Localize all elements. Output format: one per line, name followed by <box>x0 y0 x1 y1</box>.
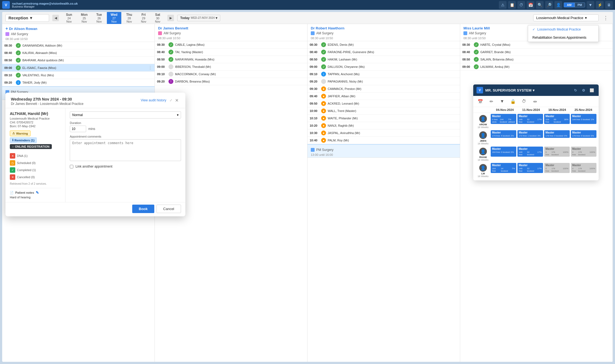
jben-cell-2[interactable]: Master 172 free 1 booked 3% <box>517 130 543 138</box>
arow-cell-4[interactable]: Master 144 free 0 booked 1% <box>571 114 596 124</box>
appt-slot-08:50-b[interactable]: 08:50 ✓ NARAYANAN, Huwaida (Mrs) <box>155 56 307 63</box>
calendar-icon[interactable]: 📅 <box>527 1 534 9</box>
appt-slot-10:20-h[interactable]: 10:20 ● NANJI, Raghib (Mr) <box>308 122 460 129</box>
arow-cell-3[interactable]: Master 109 free 69 booked 38% <box>544 114 570 124</box>
user-icon[interactable]: 👤 <box>554 1 562 9</box>
jben-cell-3[interactable]: Master 178 free 0 booked 0% <box>544 130 570 138</box>
search-plus-icon[interactable]: 🔎 <box>545 1 553 9</box>
rhaw-cell-1[interactable]: Master 164 free 0 booked 0% <box>491 147 516 157</box>
appt-slot-10:10-h[interactable]: 10:10 ● WAITE, Philander (Mr) <box>308 115 460 122</box>
arow-cell-1[interactable]: Master 0 free slots 144 booked 7% utilis… <box>491 114 516 124</box>
appt-slot-09:00-b[interactable]: 09:00 IBBERSON, Theobald (Mr) <box>155 63 307 71</box>
appt-slot-09:50-h[interactable]: 09:50 ● ACKRED, Leonard (Mr) <box>308 100 460 107</box>
jben-cell-1[interactable]: Master 174 free 4 booked 2% <box>491 130 516 138</box>
appt-slot-08:50-m[interactable]: 08:50 ✓ SALAIN, Britannia (Miss) <box>460 56 613 63</box>
arrows-tool-icon[interactable]: ⇔ <box>531 98 539 105</box>
date-tab-sat[interactable]: Sat 30 Nov <box>151 12 164 24</box>
lock-tool-icon[interactable]: 🔒 <box>509 98 517 105</box>
edit-notes-icon[interactable]: ✎ <box>36 190 39 195</box>
warning-badge[interactable]: ⚠ Warning <box>10 131 31 136</box>
appt-slot-08:30-m[interactable]: 08:30 ✓ HABTE, Crystal (Miss) <box>460 41 613 48</box>
appt-slot-09:00-h[interactable]: 09:00 ✓ DALLISON, Cheyanne (Ms) <box>308 63 460 71</box>
appt-slot-09:10-h[interactable]: 09:10 i TAPPAN, Anchoret (Ms) <box>308 71 460 78</box>
pencil-tool-icon[interactable]: ✏ <box>487 98 495 105</box>
clock-icon[interactable]: ⏱ <box>517 1 525 9</box>
appt-slot-08:30-h[interactable]: 08:30 ✓ EDENS, Denis (Mr) <box>308 41 460 48</box>
rhaw-cell-4[interactable]: Master 0 free 178 booked 100% <box>571 147 596 157</box>
duration-input[interactable] <box>70 126 86 132</box>
resize-icon[interactable]: ⤢ <box>170 98 172 102</box>
doctor-name-mill[interactable]: Miss Laurie Mill <box>463 26 490 30</box>
appt-slot-08:40-m[interactable]: 08:40 ✓ GARRET, Brande (Ms) <box>460 48 613 56</box>
cancel-button[interactable]: Cancel <box>156 205 181 213</box>
view-audit-link[interactable]: View audit history <box>141 98 166 102</box>
calendar-tool-icon[interactable]: 📅 <box>477 98 484 105</box>
book-button[interactable]: Book <box>132 205 154 213</box>
refresh-icon[interactable]: ↻ <box>572 87 579 94</box>
appt-slot-09:10-b[interactable]: 09:10 MACCORMACK, Conway (Mr) <box>155 71 307 78</box>
appointment-type-dropdown[interactable]: Normal ▾ <box>70 111 181 119</box>
search-icon[interactable]: 🔍 <box>536 1 544 9</box>
lm-cell-3[interactable]: Master 0 free 178 booked 100% <box>544 163 570 173</box>
practice-menu-item-rehab[interactable]: Rehabilitation Services Appointments <box>528 34 598 42</box>
clipboard-icon[interactable]: 📋 <box>508 1 516 9</box>
appt-slot-08:30-b[interactable]: 08:30 ✓ CABLE, Lagina (Miss) <box>155 41 307 48</box>
clock-tool-icon[interactable]: ⏱ <box>520 98 528 105</box>
doctor-name-bennett[interactable]: Dr James Bennett <box>158 26 188 30</box>
appt-slot-09:20-h[interactable]: 09:20 PAPAGIANNIS, Nicky (Mr) <box>308 78 460 85</box>
practice-menu-item-lossiemouth[interactable]: ✓ Lossiemouth Medical Practice <box>528 25 598 34</box>
appt-context-menu-icon[interactable]: ⋮ <box>148 65 152 70</box>
appt-slot-09:20[interactable]: 09:20 i TAHER, Jody (Mr) <box>2 79 155 86</box>
monitor-icon[interactable]: 🖥 <box>605 1 613 9</box>
filter-icon[interactable]: ▼ <box>587 1 594 9</box>
appt-slot-09:00-m[interactable]: 09:00 ✓ LALWANI, Ambuj (Mr) <box>460 63 613 71</box>
rhaw-cell-2[interactable]: Master 146 free 32 booked 17% <box>517 147 543 157</box>
appt-slot-08:40-h[interactable]: 08:40 ✓ FARAONE-PIRIE, Guinevere (Mrs) <box>308 48 460 56</box>
appt-slot-09:00[interactable]: 09:00 ✓ EL-ISAAC, Fawzia (Miss) ⋮ <box>2 64 155 72</box>
reception-dropdown[interactable]: Reception ▾ <box>5 14 49 22</box>
more-options-button[interactable]: ⋮ <box>602 14 610 22</box>
appt-slot-08:50-h[interactable]: 08:50 ✓ HAKIM, Lashawn (Mr) <box>308 56 460 63</box>
appt-slot-09:30-h[interactable]: 09:30 ● CAMMACK, Preston (Mr) <box>308 85 460 93</box>
next-arrow[interactable]: ▶ <box>167 15 174 21</box>
lm-cell-2[interactable]: Master 146 free 32 booked 17% <box>517 163 543 173</box>
doctor-name-rowan[interactable]: Dr Alison Rowan <box>9 27 37 31</box>
lm-cell-1[interactable]: Master 164 free 14 booked 7% <box>491 163 516 173</box>
flash-icon[interactable]: ⚡ <box>596 1 604 9</box>
date-tab-thu[interactable]: Thu 28 Nov <box>122 12 136 24</box>
appt-slot-08:30[interactable]: 08:30 ✓ GANANANDAN, Addison (Mr) <box>2 42 155 49</box>
comments-textarea[interactable] <box>70 139 181 161</box>
arow-cell-2[interactable]: Master 146 free 32 booked 17% <box>517 114 543 124</box>
jben-cell-4[interactable]: Master 176 free 0 booked 0% <box>571 130 596 138</box>
filter-tool-icon[interactable]: ▼ <box>498 98 506 105</box>
date-tab-fri[interactable]: Fri 29 Nov <box>137 12 150 24</box>
today-button[interactable]: Today WED-27-NOV 2024 ▾ <box>177 15 220 21</box>
monitor-icon[interactable]: ⬜ <box>588 87 595 94</box>
reminders-badge[interactable]: ℹ Reminders (1) <box>10 137 37 143</box>
prev-arrow[interactable]: ◀ <box>52 15 59 21</box>
date-tab-wed[interactable]: Wed 27 Nov <box>107 12 121 24</box>
date-tab-sun[interactable]: Sun 24 Nov <box>62 12 76 24</box>
appt-slot-08:40[interactable]: 08:40 ✓ KALIRAI, Abinaash (Miss) <box>2 49 155 57</box>
appt-slot-10:40-h[interactable]: 10:40 ● PALM, Roy (Mr) <box>308 137 460 144</box>
appt-slot-09:10[interactable]: 09:10 ✓ VALENTINO, Roz (Mrs) <box>2 72 155 79</box>
appt-slot-09:20-b[interactable]: 09:20 ! DARBON, Breanna (Miss) <box>155 78 307 85</box>
practice-dropdown[interactable]: Lossiemouth Medical Practice ▾ <box>533 14 599 21</box>
appt-slot-08:50[interactable]: 08:50 ✓ BAHRAMI, Abdul quddoos (Mr) <box>2 57 155 64</box>
warning-icon[interactable]: ⚠ <box>499 1 507 9</box>
link-appointment-checkbox[interactable] <box>70 165 73 168</box>
appt-slot-09:40-h[interactable]: 09:40 ● JAFFIER, Alban (Mr) <box>308 93 460 100</box>
appt-slot-10:30-h[interactable]: 10:30 ● JASPAL, Anirudhha (Mr) <box>308 129 460 137</box>
modal-close-button[interactable]: ✕ <box>173 97 180 104</box>
appt-slot-10:00-h[interactable]: 10:00 ● WALL, Trent (Master) <box>308 107 460 115</box>
doctor-name-hawthorn[interactable]: Dr Robert Hawthorn <box>311 26 345 30</box>
settings-icon[interactable]: ⚙ <box>580 87 587 94</box>
rhaw-cell-3[interactable]: Master 0 free 178 booked 100% <box>544 147 570 157</box>
am-button[interactable]: AM <box>564 2 574 7</box>
lm-cell-4[interactable]: Master 0 free 178 booked 100% <box>571 163 596 173</box>
date-tab-tue[interactable]: Tue 26 Nov <box>92 12 105 24</box>
pm-button[interactable]: PM <box>575 2 585 7</box>
add-session-icon[interactable]: + <box>5 26 8 31</box>
appt-slot-08:40-b[interactable]: 08:40 ✓ TAI, Yaoting (Master) <box>155 48 307 56</box>
date-tab-mon[interactable]: Mon 25 Nov <box>77 12 92 24</box>
